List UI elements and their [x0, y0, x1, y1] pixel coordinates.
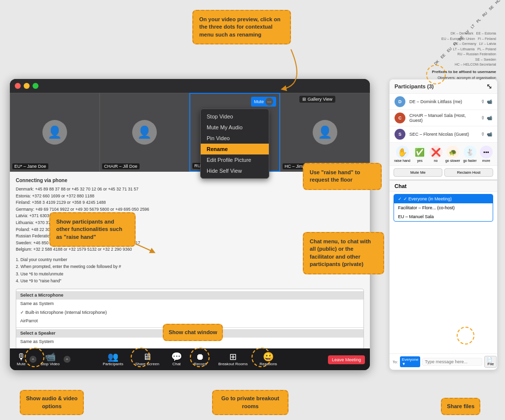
share-files-callout: Share files — [441, 398, 480, 415]
mute-overlay: Mute ··· — [251, 97, 276, 107]
share-files-callout-text: Share files — [447, 403, 474, 409]
right-panel: Participants (3) ⤡ D DE – Dominik Littfa… — [389, 79, 498, 370]
gallery-view-btn[interactable]: ⊞ Gallery View — [299, 96, 335, 103]
leave-meeting-btn[interactable]: Leave Meeting — [328, 355, 365, 364]
cm-mute-audio[interactable]: Mute My Audio — [201, 122, 269, 133]
name-label-2: CHAIR – Jill Doe — [102, 163, 140, 169]
slower-icon: 🐢 — [446, 146, 459, 158]
yes-icon: ✅ — [413, 146, 426, 158]
avatar-chair: C — [395, 113, 405, 123]
reactions-bar: ✋ raise hand ✅ yes ❌ no 🐢 go slower 🐇 go… — [390, 143, 497, 166]
chat-btn[interactable]: 💬 Chat — [169, 351, 184, 367]
yes-btn[interactable]: ✅ yes — [413, 146, 426, 162]
participants-count: 3 — [429, 83, 432, 89]
chat-to-label: To: — [393, 360, 398, 364]
participant-item-3: S SEC – Florent Nicolas (Guest) 🎙 📹 — [390, 126, 497, 143]
chat-label: Chat — [172, 362, 180, 366]
instr-4: 4. Use *9 to "raise hand" — [16, 277, 364, 284]
chat-option-manuel[interactable]: EU – Manuel Sala — [394, 212, 493, 221]
chat-menu-callout-text: Chat menu, to chat with all (public) or … — [310, 238, 371, 267]
no-label: no — [434, 159, 438, 162]
maximize-dot[interactable] — [33, 83, 38, 89]
mic-icon-3: 🎙 — [481, 132, 485, 137]
reclaim-host-btn[interactable]: Reclaim Host — [444, 168, 493, 177]
circle-breakout — [252, 347, 271, 367]
video-chevron[interactable]: ^ — [64, 356, 71, 363]
chat-dropdown: ✓ Everyone (in Meeting) Facilitator – Fl… — [394, 194, 493, 222]
slower-label: go slower — [445, 159, 460, 162]
raise-hand-label: raise hand — [394, 159, 410, 162]
video-tile-4: 👤 HC – Jim Doe — [280, 93, 370, 172]
mute-reclaim-row: Mute Me Reclaim Host — [390, 166, 497, 180]
audio-video-callout-text: Show audio & video options — [26, 395, 78, 409]
participants-callout-text: Show participants and other functionalit… — [56, 219, 122, 240]
top-callout-text: On your video preview, click on the thre… — [199, 16, 281, 38]
cm-stop-video[interactable]: Stop Video — [201, 111, 269, 122]
phone-fi: Finland: +358 3 4109 2129 or +358 9 4245… — [16, 199, 364, 206]
prefix-area: DK EE EU FI DE LV LT PL RU SE HC DK – De… — [399, 5, 496, 80]
raise-hand-icon: ✋ — [396, 146, 409, 158]
close-dot[interactable] — [15, 83, 21, 89]
go-slower-btn[interactable]: 🐢 go slower — [445, 146, 460, 162]
minimize-dot[interactable] — [24, 83, 30, 89]
participants-expand-icon[interactable]: ⤡ — [486, 82, 492, 90]
video-tile-1: 👤 EU* – Jane Doe — [10, 93, 100, 172]
mic-icon-1: 🎙 — [481, 99, 485, 104]
phone-ee: Estonia: +372 660 1699 or +372 880 1188 — [16, 193, 364, 200]
mute-label: Mute — [17, 362, 26, 366]
audio-video-callout: Show audio & video options — [20, 390, 84, 415]
raise-hand-callout: Use "raise hand" to request the floor — [303, 163, 382, 190]
mic-section-header: Select a Microphone — [16, 291, 363, 300]
three-dots-btn[interactable]: ··· — [265, 98, 273, 106]
chat-to-select[interactable]: Everyone ▼ — [400, 356, 421, 367]
breakout-rooms-btn[interactable]: ⊞ Breakout Rooms — [216, 351, 250, 367]
more-btn[interactable]: ••• more — [480, 146, 493, 162]
raise-hand-btn[interactable]: ✋ raise hand — [394, 146, 410, 162]
chat-option-everyone[interactable]: ✓ Everyone (in Meeting) — [394, 194, 493, 203]
mic-icon-2: 🎙 — [481, 115, 485, 120]
prefix-info: DK – Denmark EE – Estonia EU – European … — [399, 31, 496, 80]
circle-participants — [131, 347, 150, 367]
mic-builtin[interactable]: ✓ Built-in Microphone (Internal Micropho… — [16, 308, 363, 317]
prefix-lt: LT — [470, 23, 476, 29]
toolbar-right: Leave Meeting — [328, 354, 365, 364]
prefix-se: SE — [488, 4, 495, 11]
cm-rename[interactable]: Rename — [201, 144, 269, 154]
breakout-icon: ⊞ — [229, 352, 237, 361]
go-faster-btn[interactable]: 🐇 go faster — [463, 146, 476, 162]
stop-video-label: Stop Video — [40, 362, 60, 366]
prefix-ru: RU — [481, 11, 488, 18]
circle-chat — [190, 347, 210, 367]
participant-list: D DE – Dominik Littfass (me) 🎙 📹 C CHAIR… — [390, 94, 497, 143]
main-wrapper: DK EE EU FI DE LV LT PL RU SE HC DK – De… — [0, 0, 505, 420]
cm-edit-profile[interactable]: Edit Profile Picture — [201, 154, 269, 165]
video-icon-1: 📹 — [487, 99, 492, 104]
cm-hide-self[interactable]: Hide Self View — [201, 165, 269, 176]
participants-panel-header: Participants (3) ⤡ — [390, 79, 497, 94]
prefix-title: Prefixes to be affixed to username — [399, 69, 496, 75]
top-annotation-callout: On your video preview, click on the thre… — [192, 10, 291, 44]
cm-pin-video[interactable]: Pin Video — [201, 133, 269, 144]
mic-same-as-system[interactable]: Same as System — [16, 300, 363, 308]
no-btn[interactable]: ❌ no — [430, 146, 442, 162]
avatar-de: D — [395, 96, 405, 107]
video-tile-3: 👤 RU – John Doe Mute ··· Stop Video Mute… — [189, 93, 280, 172]
participants-icon: 👥 — [108, 352, 118, 361]
participants-btn[interactable]: 👥 Participants — [101, 351, 125, 367]
participant-item-2: C CHAIR – Manuel Sala (Host, Guest) 🎙 📹 — [390, 110, 497, 126]
chat-option-facilitator[interactable]: Facilitator – Flore... (co-host) — [394, 203, 493, 212]
participant-name-3: SEC – Florent Nicolas (Guest) — [409, 132, 477, 137]
avatar-4: 👤 — [313, 120, 337, 145]
chat-message-input[interactable] — [422, 358, 482, 366]
faster-label: go faster — [463, 159, 476, 162]
gallery-view-label: Gallery View — [308, 97, 332, 102]
participant-icons-3: 🎙 📹 — [481, 132, 492, 137]
participant-name-1: DE – Dominik Littfass (me) — [409, 99, 477, 104]
mute-me-btn[interactable]: Mute Me — [394, 168, 442, 177]
more-icon: ••• — [480, 146, 493, 158]
breakout-callout: Go to private breakout rooms — [212, 390, 289, 415]
avatar-2: 👤 — [132, 120, 157, 145]
file-btn[interactable]: 📄 File — [484, 356, 497, 368]
avatar-1: 👤 — [42, 120, 67, 145]
chat-section: ✓ Everyone (in Meeting) Facilitator – Fl… — [390, 192, 497, 370]
